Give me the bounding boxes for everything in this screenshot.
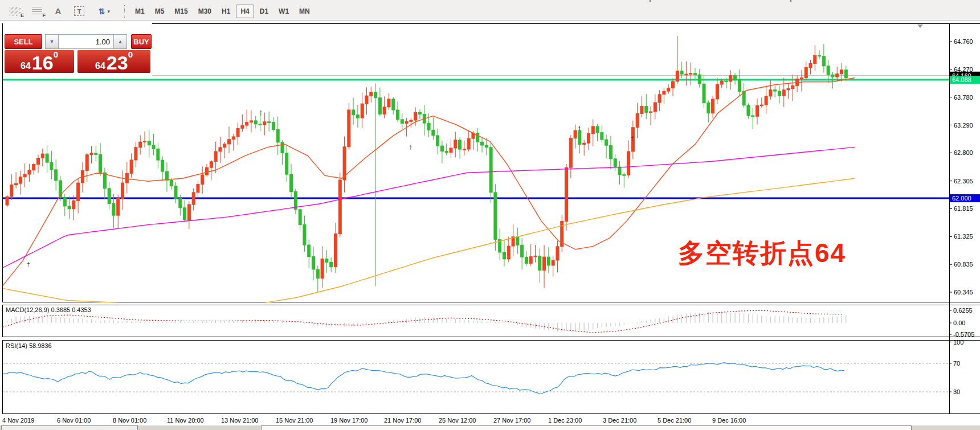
price-tick-label: 61.815 (954, 205, 973, 212)
price-axis: 64.76064.27063.78063.29062.80062.30561.8… (949, 38, 980, 395)
svg-text:†: † (259, 110, 263, 116)
time-tick-label: 9 Dec 16:00 (712, 417, 746, 424)
toolbar-separator (124, 5, 125, 18)
equidistant-channel-icon (9, 7, 21, 16)
volume-input[interactable]: 1.00 (59, 34, 113, 49)
sell-button[interactable]: SELL (5, 34, 42, 49)
timeframe-button-m1[interactable]: M1 (130, 5, 149, 18)
svg-text:†: † (27, 261, 30, 268)
time-tick-label: 27 Nov 17:00 (493, 417, 530, 424)
price-badge-label: 62.000 (952, 195, 971, 202)
buy-price-display[interactable]: 64 23 0 (77, 50, 150, 73)
buy-button[interactable]: BUY (131, 34, 152, 49)
equidistant-channel-tool-button[interactable]: E (5, 4, 25, 19)
label-tool-icon: T (74, 6, 84, 16)
price-tick-label: 64.760 (954, 38, 973, 45)
price-tick-label: 60.345 (954, 289, 973, 296)
macd-tick-label: -0.5705 (953, 331, 974, 338)
time-tick-label: 13 Nov 21:00 (221, 417, 258, 424)
bottom-tab[interactable] (261, 425, 912, 430)
sell-price-pips: 16 (32, 54, 54, 71)
chart-canvas[interactable]: †††††MACD(12,26,9) 0.3685 0.4353RSI(14) … (0, 20, 980, 430)
timeframe-button-h4[interactable]: H4 (236, 5, 254, 18)
price-tick-label: 62.305 (954, 178, 973, 185)
time-axis: 4 Nov 20196 Nov 01:008 Nov 01:0011 Nov 2… (2, 417, 746, 424)
buy-price-point: 0 (128, 51, 133, 58)
timeframe-button-mn[interactable]: MN (295, 5, 315, 18)
fibonacci-tool-button[interactable]: F (27, 4, 47, 19)
tool-sub-glyph: F (43, 13, 46, 18)
time-tick-label: 21 Nov 17:00 (384, 417, 421, 424)
timeframe-button-m5[interactable]: M5 (150, 5, 169, 18)
svg-text:†: † (631, 136, 634, 142)
time-tick-label: 1 Dec 23:00 (548, 417, 582, 424)
price-tick-label: 61.325 (954, 233, 973, 240)
macd-label: MACD(12,26,9) 0.3685 0.4353 (6, 306, 91, 313)
buy-price-whole: 64 (95, 61, 105, 71)
time-tick-label: 15 Nov 21:00 (276, 417, 313, 424)
volume-increase-button[interactable]: ▲ (113, 34, 127, 49)
object-markers: ††††† (27, 110, 634, 268)
fibonacci-icon (32, 7, 42, 15)
arrows-tool-button[interactable]: ⇅ ▾ (91, 4, 117, 19)
time-tick-label: 5 Dec 21:00 (658, 417, 691, 424)
sell-price-point: 0 (54, 51, 58, 58)
toolbar: E F A T ⇅ ▾ M1M5M15M30H1H4D1W1MN (0, 2, 980, 21)
timeframe-button-h1[interactable]: H1 (217, 5, 235, 18)
macd-tick-label: 0.6255 (953, 307, 973, 314)
timeframe-button-m30[interactable]: M30 (194, 5, 216, 18)
timeframe-button-d1[interactable]: D1 (255, 5, 273, 18)
price-tick-label: 62.800 (954, 149, 973, 156)
time-tick-label: 6 Nov 01:00 (57, 417, 91, 424)
chart-annotation-text: 多空转折点64 (678, 236, 846, 271)
timeframe-button-m15[interactable]: M15 (170, 5, 192, 18)
trading-terminal: E F A T ⇅ ▾ M1M5M15M30H1H4D1W1MN †††††MA… (0, 0, 980, 430)
price-tick-label: 63.780 (954, 94, 973, 101)
price-tick-label: 63.290 (954, 122, 973, 129)
time-tick-label: 8 Nov 01:00 (113, 417, 146, 424)
chevron-down-icon: ▾ (108, 9, 111, 14)
rsi-tick-label: 100 (953, 339, 963, 346)
svg-text:†: † (578, 126, 581, 132)
time-tick-label: 4 Nov 2019 (2, 417, 34, 424)
volume-decrease-button[interactable]: ▼ (45, 34, 59, 49)
time-tick-label: 19 Nov 17:00 (330, 417, 368, 424)
time-tick-label: 3 Dec 21:00 (603, 417, 636, 424)
buy-price-pips: 23 (107, 54, 128, 71)
arrows-tool-icon: ⇅ (99, 7, 105, 16)
timeframe-buttons: M1M5M15M30H1H4D1W1MN (130, 5, 315, 18)
bottom-tab-strip (0, 425, 980, 430)
one-click-trading-panel: SELL ▼ 1.00 ▲ BUY 64 16 0 64 23 0 (5, 34, 152, 73)
rsi-tick-label: 30 (953, 388, 960, 395)
rsi-panel (0, 363, 949, 394)
price-badge-label: 64.088 (952, 76, 971, 83)
sell-price-whole: 64 (21, 61, 31, 71)
timeframe-button-w1[interactable]: W1 (274, 5, 293, 18)
svg-text:†: † (409, 144, 413, 150)
time-tick-label: 25 Nov 12:00 (439, 417, 476, 424)
rsi-tick-label: 70 (953, 360, 960, 367)
text-tool-icon: A (55, 6, 62, 16)
macd-panel (0, 310, 846, 333)
text-tool-button[interactable]: A (49, 4, 67, 19)
price-tick-label: 60.835 (954, 261, 973, 268)
bottom-tab[interactable] (1, 425, 138, 430)
sell-price-display[interactable]: 64 16 0 (5, 50, 74, 73)
tool-sub-glyph: E (21, 13, 24, 18)
time-tick-label: 11 Nov 20:00 (167, 417, 204, 424)
rsi-label: RSI(14) 58.9836 (6, 342, 52, 349)
label-tool-button[interactable]: T (70, 4, 89, 19)
macd-tick-label: 0.00 (953, 320, 965, 326)
